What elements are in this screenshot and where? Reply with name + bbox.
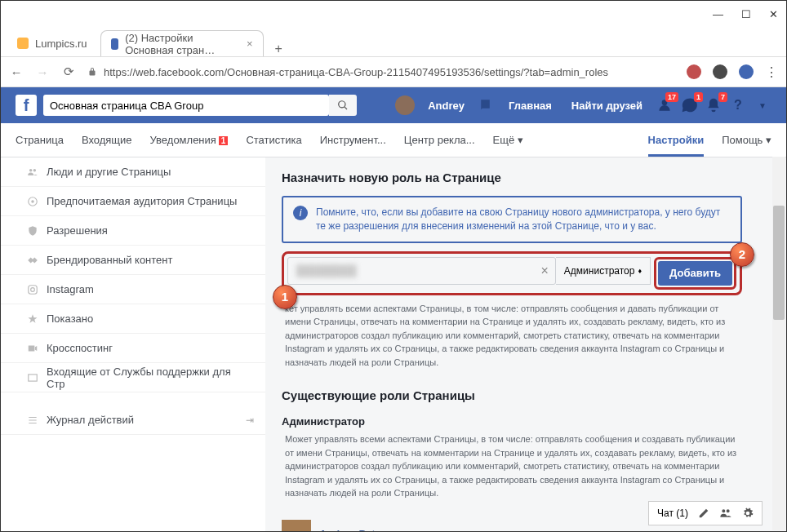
tab-lumpics[interactable]: Lumpics.ru — [7, 30, 97, 56]
extension-icon[interactable] — [713, 64, 727, 79]
extension-icon[interactable] — [739, 64, 754, 79]
sidebar-label: Кросспостинг — [47, 342, 113, 354]
group-icon[interactable] — [719, 507, 732, 520]
forward-button[interactable]: → — [35, 64, 50, 79]
close-tab-icon[interactable]: × — [247, 38, 253, 50]
user-name-link[interactable]: Andrey Petrov — [319, 528, 392, 531]
url-field[interactable]: https://web.facebook.com/Основная-страни… — [87, 66, 675, 78]
role-description: Может управлять всеми аспектами Страницы… — [282, 432, 742, 500]
search-input[interactable] — [50, 100, 322, 112]
scroll-thumb[interactable] — [773, 206, 785, 320]
role-label: Администратор — [564, 265, 635, 277]
scrollbar[interactable] — [772, 157, 785, 530]
menu-button[interactable]: ⋮ — [765, 64, 778, 80]
address-bar: ← → ⟳ https://web.facebook.com/Основная-… — [1, 56, 786, 87]
sidebar-item-audience[interactable]: Предпочитаемая аудитория Страницы — [1, 187, 265, 216]
tab-label: Lumpics.ru — [35, 38, 87, 50]
tab-label: (2) Настройки Основная стран… — [125, 32, 235, 56]
sidebar-item-crossposting[interactable]: Кросспостинг — [1, 334, 265, 363]
sidebar-item-featured[interactable]: Показано — [1, 304, 265, 334]
nav-page[interactable]: Страница — [16, 134, 64, 146]
sidebar-label: Разрешения — [47, 224, 108, 237]
gear-icon[interactable] — [742, 508, 754, 519]
sidebar-item-people[interactable]: Люди и другие Страницы — [1, 157, 265, 187]
people-icon — [27, 166, 38, 178]
name-input[interactable]: ████████ × — [287, 257, 556, 285]
annotation-marker-1: 1 — [273, 285, 297, 309]
extension-icon[interactable] — [687, 64, 701, 79]
input-value: ████████ — [296, 264, 357, 277]
facebook-logo[interactable]: f — [16, 95, 37, 116]
sidebar-label: Входящие от Службы поддержки для Стр — [47, 366, 251, 390]
notifications-icon[interactable]: 7 — [705, 96, 723, 114]
user-name-link[interactable]: Andrey — [421, 100, 471, 112]
assign-role-row: 1 2 ████████ × Администратор ♦ Добавить — [282, 251, 742, 295]
info-icon: i — [293, 206, 308, 220]
target-icon — [27, 196, 38, 207]
search-button[interactable] — [329, 95, 357, 116]
inbox-icon — [27, 372, 38, 383]
badge: 17 — [665, 92, 678, 102]
pages-icon[interactable] — [478, 96, 496, 114]
new-tab-button[interactable]: + — [267, 42, 291, 56]
svg-rect-2 — [29, 285, 38, 294]
sidebar-label: Люди и другие Страницы — [47, 166, 171, 178]
lock-icon — [87, 67, 97, 77]
instagram-icon — [27, 284, 38, 295]
minimize-button[interactable]: — — [713, 8, 723, 20]
nav-tools[interactable]: Инструмент... — [320, 134, 386, 146]
nav-help[interactable]: Помощь ▾ — [722, 134, 771, 146]
clear-icon[interactable]: × — [541, 264, 549, 278]
user-avatar[interactable] — [282, 520, 311, 531]
friend-requests-icon[interactable]: 17 — [656, 96, 674, 114]
main-content: Назначить новую роль на Странице i Помни… — [265, 157, 786, 531]
user-avatar[interactable] — [395, 95, 415, 115]
messages-icon[interactable]: 1 — [680, 96, 698, 114]
search-box[interactable] — [43, 95, 329, 116]
badge: 1 — [694, 92, 703, 102]
reload-button[interactable]: ⟳ — [61, 64, 76, 79]
shield-icon — [27, 225, 38, 237]
nav-insights[interactable]: Статистика — [246, 134, 301, 146]
svg-point-1 — [31, 200, 34, 203]
sidebar-item-branded[interactable]: Брендированный контент — [1, 246, 265, 275]
role-select[interactable]: Администратор ♦ — [556, 257, 651, 285]
tab-facebook[interactable]: (2) Настройки Основная стран… × — [100, 30, 264, 56]
sidebar-item-support[interactable]: Входящие от Службы поддержки для Стр — [1, 363, 265, 392]
annotation-marker-2: 2 — [730, 242, 754, 267]
sidebar-label: Журнал действий — [47, 414, 134, 426]
nav-inbox[interactable]: Входящие — [82, 134, 132, 146]
existing-roles-title: Существующие роли Страницы — [282, 388, 742, 402]
nav-more[interactable]: Ещё ▾ — [493, 134, 523, 146]
window-titlebar: — ☐ ✕ — [1, 1, 786, 27]
nav-notifications[interactable]: Уведомления1 — [150, 134, 229, 146]
sidebar-item-permissions[interactable]: Разрешения — [1, 216, 265, 246]
sidebar-label: Брендированный контент — [47, 254, 172, 266]
url-text: https://web.facebook.com/Основная-страни… — [104, 66, 608, 78]
nav-adcenter[interactable]: Центр рекла... — [404, 134, 475, 146]
badge: 1 — [219, 136, 229, 145]
svg-rect-4 — [29, 374, 38, 380]
maximize-button[interactable]: ☐ — [741, 8, 751, 20]
info-text: Помните, что, если вы добавите на свою С… — [316, 206, 731, 233]
list-icon — [27, 415, 38, 426]
find-friends-link[interactable]: Найти друзей — [565, 100, 649, 112]
back-button[interactable]: ← — [9, 64, 24, 79]
role-name: Администратор — [282, 415, 742, 428]
search-icon — [337, 100, 349, 111]
nav-settings[interactable]: Настройки — [648, 134, 705, 146]
star-icon — [27, 313, 38, 325]
dropdown-icon[interactable]: ▼ — [754, 96, 771, 114]
help-icon[interactable]: ? — [729, 96, 747, 114]
close-button[interactable]: ✕ — [769, 8, 778, 20]
compose-icon[interactable] — [698, 508, 709, 519]
svg-point-3 — [31, 287, 35, 291]
page-nav: Страница Входящие Уведомления1 Статистик… — [1, 123, 786, 157]
sidebar-item-instagram[interactable]: Instagram — [1, 275, 265, 304]
favicon-icon — [111, 38, 119, 50]
sidebar-item-activity[interactable]: Журнал действий⇥ — [1, 406, 265, 435]
home-link[interactable]: Главная — [502, 100, 558, 112]
role-description: кет управлять всеми аспектами Страницы, … — [282, 302, 742, 370]
chat-bar[interactable]: Чат (1) — [648, 501, 763, 525]
add-button[interactable]: Добавить — [658, 261, 732, 286]
